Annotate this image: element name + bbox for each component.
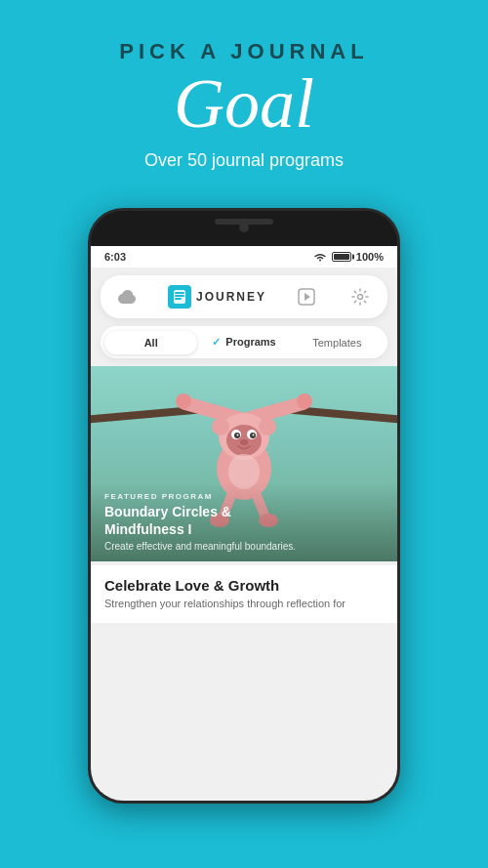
featured-description: Create effective and meaningful boundari… [104, 541, 384, 552]
filter-tabs: All ✓ Programs Templates [101, 326, 387, 358]
app-logo: JOURNEY [168, 285, 266, 309]
svg-rect-3 [175, 298, 182, 300]
header-section: PICK A JOURNAL Goal Over 50 journal prog… [0, 0, 488, 190]
status-icons: 100% [313, 251, 384, 263]
phone-top-bar [91, 211, 397, 246]
featured-badge: FEATURED PROGRAM [104, 492, 384, 501]
battery-fill [334, 254, 349, 260]
svg-point-20 [240, 439, 248, 445]
battery-icon [332, 252, 351, 262]
svg-rect-2 [175, 295, 184, 297]
settings-button[interactable] [346, 283, 374, 310]
svg-point-18 [237, 434, 239, 436]
svg-point-6 [357, 295, 362, 300]
bottom-card-title: Celebrate Love & Growth [104, 577, 384, 594]
svg-point-21 [212, 418, 229, 435]
phone-mockup: 6:03 100% [88, 208, 400, 868]
pick-a-journal-text: PICK A JOURNAL [0, 39, 488, 64]
wifi-icon [313, 252, 327, 262]
svg-point-10 [297, 393, 312, 409]
tab-templates[interactable]: Templates [291, 331, 384, 354]
play-button[interactable] [293, 283, 320, 310]
svg-rect-1 [175, 292, 184, 294]
svg-point-19 [253, 434, 255, 436]
journey-app-icon [168, 285, 191, 309]
time-display: 6:03 [104, 251, 126, 263]
goal-text: Goal [0, 68, 488, 139]
app-header-bar: JOURNEY [101, 275, 387, 318]
svg-marker-5 [305, 293, 310, 301]
cloud-button[interactable] [114, 283, 142, 310]
featured-title: Boundary Circles &Mindfulness I [104, 503, 384, 538]
phone-camera [239, 223, 249, 232]
bottom-card[interactable]: Celebrate Love & Growth Strengthen your … [91, 565, 397, 623]
tab-all[interactable]: All [104, 331, 197, 354]
svg-point-22 [259, 418, 276, 435]
check-icon: ✓ [212, 336, 224, 348]
subtitle-text: Over 50 journal programs [0, 150, 488, 171]
phone-screen: 6:03 100% [91, 246, 397, 801]
power-button [397, 328, 400, 377]
journey-logo-text: JOURNEY [196, 290, 266, 304]
status-bar: 6:03 100% [91, 246, 397, 268]
bottom-card-description: Strengthen your relationships through re… [104, 597, 384, 611]
battery-pct: 100% [356, 251, 384, 263]
svg-point-9 [176, 393, 191, 409]
featured-overlay: FEATURED PROGRAM Boundary Circles &Mindf… [91, 482, 397, 561]
phone-outer: 6:03 100% [88, 208, 400, 804]
featured-card[interactable]: FEATURED PROGRAM Boundary Circles &Mindf… [91, 366, 397, 561]
tab-programs[interactable]: ✓ Programs [197, 330, 290, 354]
